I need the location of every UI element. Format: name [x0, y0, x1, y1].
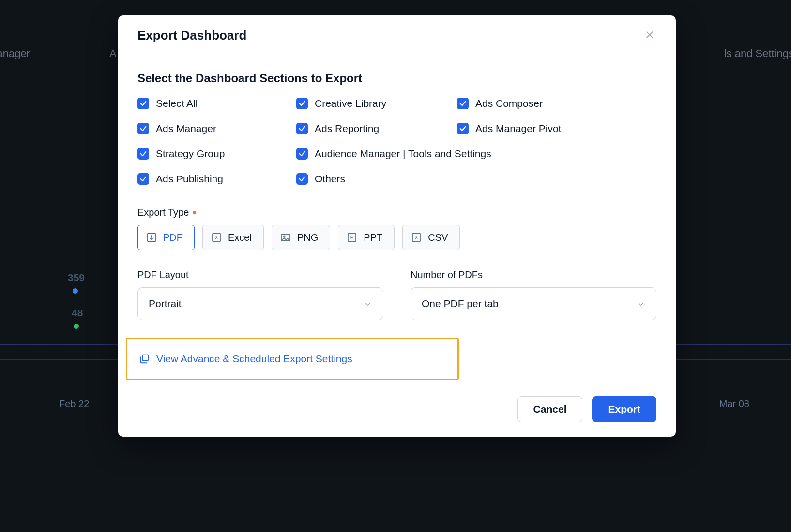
export-type-png[interactable]: PNG [272, 225, 330, 250]
checkbox-icon [457, 98, 469, 109]
section-checkbox-creative-library[interactable]: Creative Library [296, 98, 451, 109]
required-indicator-icon [193, 211, 196, 214]
export-type-label: PPT [364, 232, 382, 243]
close-button[interactable] [643, 29, 656, 43]
pdf-layout-value: Portrait [149, 298, 182, 310]
export-type-row: PDFXExcelPNGPPPTXCSV [137, 225, 656, 250]
modal-header: Export Dashboard [118, 15, 676, 55]
svg-point-6 [283, 236, 285, 237]
checkbox-label: Audience Manager | Tools and Settings [315, 148, 491, 160]
export-type-csv[interactable]: XCSV [402, 225, 460, 250]
bg-axis-feb22: Feb 22 [59, 399, 89, 410]
export-type-label-text: Export Type [137, 207, 189, 218]
bg-chart-point-359: 359 [68, 272, 85, 283]
checkbox-label: Creative Library [315, 98, 386, 109]
chevron-down-icon [364, 299, 372, 308]
checkbox-icon [457, 123, 469, 134]
modal-title: Export Dashboard [137, 28, 246, 43]
section-checkbox-strategy-group[interactable]: Strategy Group [137, 148, 290, 160]
pdf-layout-select[interactable]: Portrait [137, 287, 383, 320]
bg-chart-point-48: 48 [72, 307, 83, 319]
bg-axis-mar08: Mar 08 [719, 399, 749, 410]
bg-tab-partial-a: A [109, 47, 117, 60]
section-checkbox-ads-reporting[interactable]: Ads Reporting [296, 123, 451, 134]
section-checkbox-ads-publishing[interactable]: Ads Publishing [137, 173, 290, 185]
modal-body: Select the Dashboard Sections to Export … [118, 55, 676, 380]
export-type-label: Excel [228, 232, 252, 243]
external-settings-icon [139, 354, 150, 364]
ppt-icon: P [346, 232, 358, 243]
export-dashboard-modal: Export Dashboard Select the Dashboard Se… [118, 15, 676, 437]
checkbox-icon [137, 98, 149, 109]
checkbox-label: Ads Manager [156, 123, 216, 134]
bg-tab-partial-left: s Manager [0, 47, 30, 60]
view-advanced-settings-link[interactable]: View Advance & Scheduled Export Settings [139, 353, 352, 365]
checkbox-label: Strategy Group [156, 148, 225, 160]
pdf-icon [146, 232, 157, 243]
pdf-layout-field: PDF Layout Portrait [137, 269, 383, 320]
num-pdfs-select[interactable]: One PDF per tab [411, 287, 656, 320]
export-type-pdf[interactable]: PDF [137, 225, 195, 250]
section-checkbox-others[interactable]: Others [296, 173, 451, 185]
checkbox-label: Others [315, 173, 345, 185]
svg-text:P: P [350, 235, 354, 240]
advanced-settings-highlight: View Advance & Scheduled Export Settings [126, 338, 459, 380]
export-button[interactable]: Export [592, 396, 656, 422]
pdf-layout-label: PDF Layout [137, 269, 383, 281]
export-type-label: CSV [428, 232, 448, 243]
section-checkbox-audience-manager-tools-and-settings[interactable]: Audience Manager | Tools and Settings [296, 148, 656, 160]
checkbox-label: Ads Reporting [315, 123, 379, 134]
bg-tab-partial-right: ls and Settings [724, 47, 791, 60]
checkbox-label: Select All [156, 98, 198, 109]
checkbox-icon [296, 148, 308, 160]
checkbox-icon [137, 173, 149, 185]
close-icon [645, 30, 654, 41]
export-type-ppt[interactable]: PPPT [338, 225, 395, 250]
view-advanced-settings-label: View Advance & Scheduled Export Settings [156, 353, 352, 365]
image-icon [280, 232, 291, 243]
checkbox-icon [137, 123, 149, 134]
sections-heading: Select the Dashboard Sections to Export [137, 72, 656, 85]
num-pdfs-value: One PDF per tab [422, 298, 499, 310]
export-type-label: PNG [297, 232, 318, 243]
csv-icon: X [411, 232, 422, 243]
chevron-down-icon [637, 299, 645, 308]
export-type-label: Export Type [137, 207, 656, 218]
checkbox-label: Ads Composer [475, 98, 543, 109]
section-checkbox-ads-manager[interactable]: Ads Manager [137, 123, 290, 134]
cancel-button[interactable]: Cancel [517, 396, 583, 422]
section-checkbox-ads-composer[interactable]: Ads Composer [457, 98, 656, 109]
section-checkbox-ads-manager-pivot[interactable]: Ads Manager Pivot [457, 123, 656, 134]
excel-icon: X [211, 232, 222, 243]
sections-checkbox-grid: Select AllCreative LibraryAds ComposerAd… [137, 98, 656, 185]
section-checkbox-select-all[interactable]: Select All [137, 98, 290, 109]
svg-text:X: X [415, 235, 418, 240]
checkbox-icon [296, 123, 308, 134]
export-type-label: PDF [163, 232, 183, 243]
svg-text:X: X [215, 235, 218, 240]
checkbox-icon [296, 173, 308, 185]
export-type-excel[interactable]: XExcel [202, 225, 264, 250]
layout-row: PDF Layout Portrait Number of PDFs One P… [137, 269, 656, 320]
modal-footer: Cancel Export [118, 384, 676, 437]
num-pdfs-label: Number of PDFs [411, 269, 656, 281]
svg-rect-11 [142, 355, 148, 361]
checkbox-label: Ads Publishing [156, 173, 223, 185]
checkbox-icon [296, 98, 308, 109]
num-pdfs-field: Number of PDFs One PDF per tab [411, 269, 656, 320]
checkbox-label: Ads Manager Pivot [475, 123, 561, 134]
checkbox-icon [137, 148, 149, 160]
